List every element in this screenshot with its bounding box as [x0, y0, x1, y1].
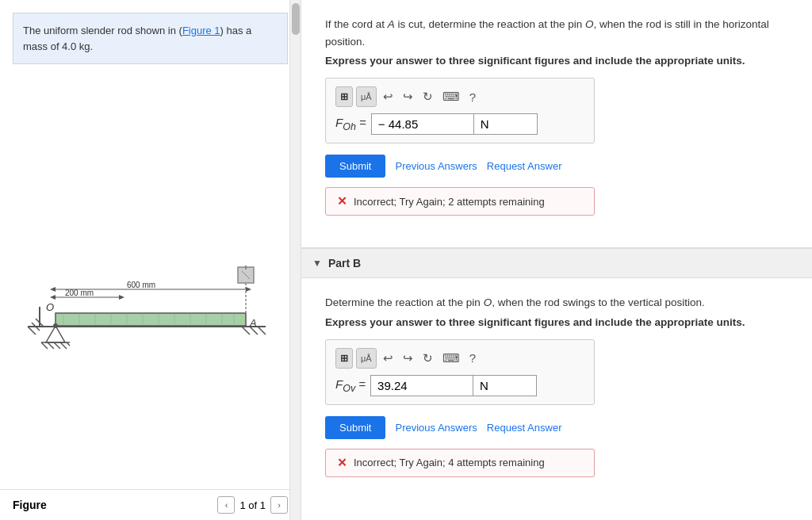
part-b-section: Determine the reaction at the pin O, whe… — [301, 278, 812, 509]
figure-title: Figure — [13, 499, 47, 511]
svg-line-27 — [54, 342, 60, 349]
svg-marker-38 — [50, 295, 56, 300]
part-a-feedback: ✕ Incorrect; Try Again; 2 attempts remai… — [325, 187, 595, 216]
part-b-answer-container: ⊞ μÅ ↩ ↪ ↻ ⌨ ? FOv = — [325, 339, 595, 405]
help-btn-b[interactable]: ? — [466, 350, 479, 366]
svg-line-25 — [41, 342, 48, 349]
part-b-submit-btn[interactable]: Submit — [325, 416, 385, 439]
svg-text:O: O — [46, 301, 54, 313]
prev-figure-btn[interactable]: ‹ — [217, 496, 235, 514]
figure-nav: ‹ 1 of 1 › — [217, 496, 288, 514]
part-a-label: FOh = — [335, 116, 366, 132]
next-figure-btn[interactable]: › — [270, 496, 288, 514]
part-a-answer-input[interactable] — [371, 113, 474, 135]
part-b-instruction: Express your answer to three significant… — [325, 316, 788, 328]
refresh-btn-b[interactable]: ↻ — [419, 350, 436, 367]
matrix-btn-a[interactable]: ⊞ — [335, 86, 353, 107]
part-a-input-row: FOh = — [335, 113, 584, 135]
svg-marker-39 — [119, 295, 124, 300]
keyboard-btn-b[interactable]: ⌨ — [439, 350, 463, 367]
svg-text:600 mm: 600 mm — [127, 281, 155, 289]
svg-point-30 — [53, 323, 58, 328]
part-a-instruction: Express your answer to three significant… — [325, 55, 788, 67]
part-a-toolbar: ⊞ μÅ ↩ ↪ ↻ ⌨ ? — [335, 86, 584, 107]
part-a-submit-btn[interactable]: Submit — [325, 155, 385, 178]
part-a-action-row: Submit Previous Answers Request Answer — [325, 155, 788, 178]
scroll-bar[interactable] — [289, 0, 301, 520]
part-b-feedback-text: Incorrect; Try Again; 4 attempts remaini… — [354, 457, 545, 468]
svg-marker-43 — [246, 287, 251, 292]
part-b-action-row: Submit Previous Answers Request Answer — [325, 416, 788, 439]
unit-icon: μÅ — [361, 92, 372, 101]
unit-icon-b: μÅ — [361, 354, 372, 363]
part-a-unit-input[interactable] — [474, 113, 538, 135]
problem-text-content: The uniform slender rod shown in (Figure… — [23, 25, 251, 52]
svg-line-9 — [258, 327, 266, 335]
svg-rect-10 — [56, 313, 246, 326]
right-panel: If the cord at A is cut, determine the r… — [301, 0, 812, 520]
undo-btn-a[interactable]: ↩ — [380, 88, 396, 105]
part-a-x-icon: ✕ — [337, 194, 347, 208]
left-panel: The uniform slender rod shown in (Figure… — [0, 0, 301, 520]
svg-marker-42 — [50, 287, 56, 292]
matrix-icon-b: ⊞ — [340, 353, 348, 364]
matrix-btn-b[interactable]: ⊞ — [335, 348, 353, 369]
keyboard-btn-a[interactable]: ⌨ — [439, 88, 463, 105]
part-a-request-answer-btn[interactable]: Request Answer — [487, 160, 562, 172]
page-indicator: 1 of 1 — [239, 499, 266, 511]
help-btn-a[interactable]: ? — [466, 89, 479, 105]
part-b-x-icon: ✕ — [337, 456, 347, 470]
figure-svg: O A 200 mm 600 mm — [24, 212, 278, 354]
svg-line-28 — [60, 342, 67, 349]
part-a-answer-container: ⊞ μÅ ↩ ↪ ↻ ⌨ ? FOh = — [325, 78, 595, 143]
undo-btn-b[interactable]: ↩ — [380, 350, 396, 367]
part-b-arrow: ▼ — [312, 258, 322, 269]
part-b-unit-input[interactable] — [473, 375, 537, 396]
part-a-question: If the cord at A is cut, determine the r… — [325, 16, 788, 50]
part-b-label-field: FOv = — [335, 377, 366, 394]
part-b-feedback: ✕ Incorrect; Try Again; 4 attempts remai… — [325, 449, 595, 477]
scroll-thumb[interactable] — [292, 3, 300, 35]
refresh-btn-a[interactable]: ↻ — [419, 88, 436, 105]
svg-text:A: A — [249, 317, 257, 329]
part-b-header: ▼ Part B — [301, 247, 812, 278]
svg-line-7 — [242, 327, 250, 335]
part-b-label: Part B — [328, 257, 361, 270]
problem-statement: The uniform slender rod shown in (Figure… — [13, 13, 288, 64]
part-a-prev-answers-btn[interactable]: Previous Answers — [395, 160, 477, 172]
svg-line-26 — [48, 342, 54, 349]
redo-btn-b[interactable]: ↪ — [400, 350, 416, 367]
redo-btn-a[interactable]: ↪ — [400, 88, 416, 105]
figure-image: O A 200 mm 600 mm — [0, 77, 301, 489]
part-b-toolbar: ⊞ μÅ ↩ ↪ ↻ ⌨ ? — [335, 348, 584, 369]
svg-text:200 mm: 200 mm — [65, 289, 94, 297]
part-b-question: Determine the reaction at the pin O, whe… — [325, 294, 788, 312]
matrix-icon: ⊞ — [340, 91, 348, 102]
unit-btn-b[interactable]: μÅ — [356, 348, 377, 369]
part-a-feedback-text: Incorrect; Try Again; 2 attempts remaini… — [354, 196, 545, 208]
part-b-prev-answers-btn[interactable]: Previous Answers — [395, 422, 477, 434]
part-b-answer-input[interactable] — [370, 375, 473, 396]
unit-btn-a[interactable]: μÅ — [356, 86, 377, 107]
svg-marker-23 — [46, 326, 65, 342]
svg-line-3 — [28, 327, 36, 335]
figure-header: Figure ‹ 1 of 1 › — [0, 489, 301, 520]
part-b-request-answer-btn[interactable]: Request Answer — [487, 422, 562, 434]
part-a-section: If the cord at A is cut, determine the r… — [301, 0, 812, 247]
part-b-input-row: FOv = — [335, 375, 584, 396]
figure-link[interactable]: Figure 1 — [182, 25, 220, 36]
